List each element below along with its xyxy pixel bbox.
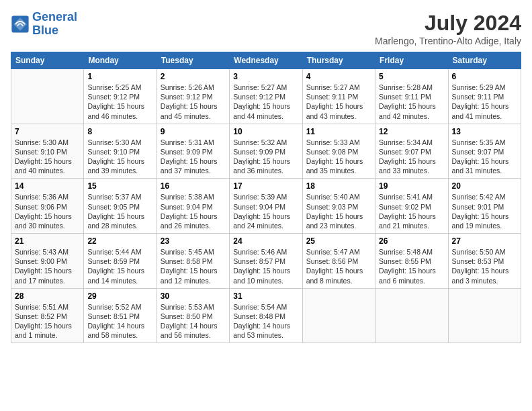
logo: General Blue bbox=[11, 11, 77, 38]
day-number: 5 bbox=[379, 72, 444, 81]
weekday-header-wednesday: Wednesday bbox=[230, 52, 302, 69]
calendar-cell: 10Sunrise: 5:32 AM Sunset: 9:09 PM Dayli… bbox=[230, 124, 302, 179]
day-number: 25 bbox=[306, 236, 371, 246]
calendar-cell: 22Sunrise: 5:44 AM Sunset: 8:59 PM Dayli… bbox=[84, 234, 157, 289]
day-info: Sunrise: 5:31 AM Sunset: 9:09 PM Dayligh… bbox=[161, 138, 226, 176]
week-row-0: 1Sunrise: 5:25 AM Sunset: 9:12 PM Daylig… bbox=[11, 69, 521, 124]
day-number: 3 bbox=[233, 72, 298, 81]
day-number: 10 bbox=[233, 127, 298, 136]
day-info: Sunrise: 5:48 AM Sunset: 8:55 PM Dayligh… bbox=[379, 247, 444, 285]
day-info: Sunrise: 5:51 AM Sunset: 8:52 PM Dayligh… bbox=[15, 302, 80, 340]
day-number: 14 bbox=[15, 181, 80, 191]
calendar-cell: 19Sunrise: 5:41 AM Sunset: 9:02 PM Dayli… bbox=[375, 179, 448, 234]
day-number: 21 bbox=[15, 236, 80, 246]
day-number: 18 bbox=[306, 181, 371, 191]
week-row-3: 21Sunrise: 5:43 AM Sunset: 9:00 PM Dayli… bbox=[11, 234, 521, 289]
day-number: 4 bbox=[306, 72, 371, 81]
day-info: Sunrise: 5:50 AM Sunset: 8:53 PM Dayligh… bbox=[452, 247, 517, 285]
week-row-4: 28Sunrise: 5:51 AM Sunset: 8:52 PM Dayli… bbox=[11, 288, 521, 343]
calendar-cell: 20Sunrise: 5:42 AM Sunset: 9:01 PM Dayli… bbox=[448, 179, 521, 234]
day-number: 1 bbox=[87, 72, 152, 81]
calendar-cell: 16Sunrise: 5:38 AM Sunset: 9:04 PM Dayli… bbox=[157, 179, 229, 234]
weekday-header-row: SundayMondayTuesdayWednesdayThursdayFrid… bbox=[11, 52, 521, 69]
day-number: 6 bbox=[452, 72, 517, 81]
calendar-cell: 26Sunrise: 5:48 AM Sunset: 8:55 PM Dayli… bbox=[375, 234, 448, 289]
day-number: 19 bbox=[379, 181, 444, 191]
day-number: 31 bbox=[233, 291, 298, 301]
day-info: Sunrise: 5:33 AM Sunset: 9:08 PM Dayligh… bbox=[306, 138, 371, 176]
day-info: Sunrise: 5:25 AM Sunset: 9:12 PM Dayligh… bbox=[87, 83, 152, 121]
day-number: 26 bbox=[379, 236, 444, 246]
week-row-2: 14Sunrise: 5:36 AM Sunset: 9:06 PM Dayli… bbox=[11, 179, 521, 234]
weekday-header-monday: Monday bbox=[84, 52, 157, 69]
day-info: Sunrise: 5:30 AM Sunset: 9:10 PM Dayligh… bbox=[15, 138, 80, 176]
day-info: Sunrise: 5:43 AM Sunset: 9:00 PM Dayligh… bbox=[15, 247, 80, 285]
day-info: Sunrise: 5:27 AM Sunset: 9:11 PM Dayligh… bbox=[306, 83, 371, 121]
title-block: July 2024 Marlengo, Trentino-Alto Adige,… bbox=[375, 11, 521, 46]
calendar-cell: 25Sunrise: 5:47 AM Sunset: 8:56 PM Dayli… bbox=[302, 234, 375, 289]
day-number: 27 bbox=[452, 236, 517, 246]
calendar-cell: 13Sunrise: 5:35 AM Sunset: 9:07 PM Dayli… bbox=[448, 124, 521, 179]
day-number: 2 bbox=[161, 72, 226, 81]
page-header: General Blue July 2024 Marlengo, Trentin… bbox=[11, 11, 521, 46]
calendar-cell: 8Sunrise: 5:30 AM Sunset: 9:10 PM Daylig… bbox=[84, 124, 157, 179]
day-number: 23 bbox=[161, 236, 226, 246]
calendar-cell: 6Sunrise: 5:29 AM Sunset: 9:11 PM Daylig… bbox=[448, 69, 521, 124]
day-info: Sunrise: 5:47 AM Sunset: 8:56 PM Dayligh… bbox=[306, 247, 371, 285]
day-number: 30 bbox=[161, 291, 226, 301]
day-number: 17 bbox=[233, 181, 298, 191]
day-info: Sunrise: 5:36 AM Sunset: 9:06 PM Dayligh… bbox=[15, 192, 80, 230]
day-number: 7 bbox=[15, 127, 80, 136]
day-info: Sunrise: 5:53 AM Sunset: 8:50 PM Dayligh… bbox=[161, 302, 226, 340]
calendar-cell: 30Sunrise: 5:53 AM Sunset: 8:50 PM Dayli… bbox=[157, 288, 229, 343]
day-info: Sunrise: 5:39 AM Sunset: 9:04 PM Dayligh… bbox=[233, 192, 298, 230]
calendar-cell: 18Sunrise: 5:40 AM Sunset: 9:03 PM Dayli… bbox=[302, 179, 375, 234]
calendar-cell: 29Sunrise: 5:52 AM Sunset: 8:51 PM Dayli… bbox=[84, 288, 157, 343]
day-info: Sunrise: 5:27 AM Sunset: 9:12 PM Dayligh… bbox=[233, 83, 298, 121]
calendar-cell: 5Sunrise: 5:28 AM Sunset: 9:11 PM Daylig… bbox=[375, 69, 448, 124]
day-number: 24 bbox=[233, 236, 298, 246]
day-info: Sunrise: 5:41 AM Sunset: 9:02 PM Dayligh… bbox=[379, 192, 444, 230]
calendar-cell bbox=[375, 288, 448, 343]
calendar-cell: 24Sunrise: 5:46 AM Sunset: 8:57 PM Dayli… bbox=[230, 234, 302, 289]
calendar-cell: 31Sunrise: 5:54 AM Sunset: 8:48 PM Dayli… bbox=[230, 288, 302, 343]
day-info: Sunrise: 5:28 AM Sunset: 9:11 PM Dayligh… bbox=[379, 83, 444, 121]
day-info: Sunrise: 5:35 AM Sunset: 9:07 PM Dayligh… bbox=[452, 138, 517, 176]
day-info: Sunrise: 5:37 AM Sunset: 9:05 PM Dayligh… bbox=[87, 192, 152, 230]
calendar-cell: 23Sunrise: 5:45 AM Sunset: 8:58 PM Dayli… bbox=[157, 234, 229, 289]
day-info: Sunrise: 5:40 AM Sunset: 9:03 PM Dayligh… bbox=[306, 192, 371, 230]
day-info: Sunrise: 5:45 AM Sunset: 8:58 PM Dayligh… bbox=[161, 247, 226, 285]
calendar-cell: 15Sunrise: 5:37 AM Sunset: 9:05 PM Dayli… bbox=[84, 179, 157, 234]
day-number: 22 bbox=[87, 236, 152, 246]
calendar-cell: 21Sunrise: 5:43 AM Sunset: 9:00 PM Dayli… bbox=[11, 234, 84, 289]
calendar-cell: 28Sunrise: 5:51 AM Sunset: 8:52 PM Dayli… bbox=[11, 288, 84, 343]
weekday-header-friday: Friday bbox=[375, 52, 448, 69]
calendar-cell: 11Sunrise: 5:33 AM Sunset: 9:08 PM Dayli… bbox=[302, 124, 375, 179]
day-number: 15 bbox=[87, 181, 152, 191]
day-number: 29 bbox=[87, 291, 152, 301]
day-number: 11 bbox=[306, 127, 371, 136]
day-info: Sunrise: 5:32 AM Sunset: 9:09 PM Dayligh… bbox=[233, 138, 298, 176]
day-info: Sunrise: 5:38 AM Sunset: 9:04 PM Dayligh… bbox=[161, 192, 226, 230]
day-info: Sunrise: 5:26 AM Sunset: 9:12 PM Dayligh… bbox=[161, 83, 226, 121]
day-number: 12 bbox=[379, 127, 444, 136]
calendar-cell bbox=[448, 288, 521, 343]
day-info: Sunrise: 5:46 AM Sunset: 8:57 PM Dayligh… bbox=[233, 247, 298, 285]
day-info: Sunrise: 5:30 AM Sunset: 9:10 PM Dayligh… bbox=[87, 138, 152, 176]
calendar-cell: 9Sunrise: 5:31 AM Sunset: 9:09 PM Daylig… bbox=[157, 124, 229, 179]
day-info: Sunrise: 5:54 AM Sunset: 8:48 PM Dayligh… bbox=[233, 302, 298, 340]
day-info: Sunrise: 5:29 AM Sunset: 9:11 PM Dayligh… bbox=[452, 83, 517, 121]
weekday-header-sunday: Sunday bbox=[11, 52, 84, 69]
day-info: Sunrise: 5:42 AM Sunset: 9:01 PM Dayligh… bbox=[452, 192, 517, 230]
location: Marlengo, Trentino-Alto Adige, Italy bbox=[375, 36, 521, 46]
weekday-header-thursday: Thursday bbox=[302, 52, 375, 69]
calendar-cell: 12Sunrise: 5:34 AM Sunset: 9:07 PM Dayli… bbox=[375, 124, 448, 179]
calendar-cell: 27Sunrise: 5:50 AM Sunset: 8:53 PM Dayli… bbox=[448, 234, 521, 289]
calendar-cell: 2Sunrise: 5:26 AM Sunset: 9:12 PM Daylig… bbox=[157, 69, 229, 124]
calendar-cell bbox=[302, 288, 375, 343]
day-number: 13 bbox=[452, 127, 517, 136]
day-number: 28 bbox=[15, 291, 80, 301]
calendar-cell: 4Sunrise: 5:27 AM Sunset: 9:11 PM Daylig… bbox=[302, 69, 375, 124]
day-number: 9 bbox=[161, 127, 226, 136]
week-row-1: 7Sunrise: 5:30 AM Sunset: 9:10 PM Daylig… bbox=[11, 124, 521, 179]
